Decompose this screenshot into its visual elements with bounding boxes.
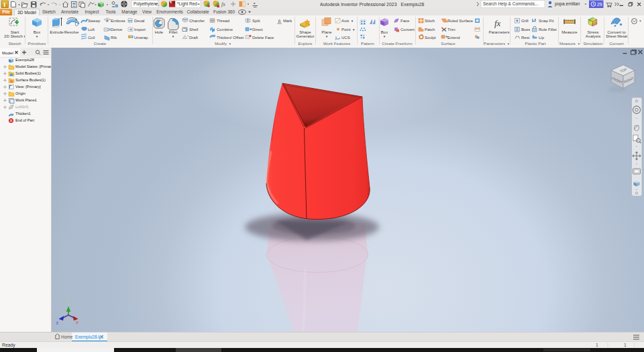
svg-text:z: z — [339, 36, 340, 40]
svg-text:*Light Red: *Light Red — [177, 1, 197, 7]
svg-text:Search Help & Commands...: Search Help & Commands... — [483, 1, 539, 7]
svg-text:fx: fx — [221, 1, 225, 7]
svg-text:Model: Model — [2, 50, 13, 55]
svg-text:29: 29 — [597, 2, 602, 7]
svg-text:X: X — [76, 320, 78, 324]
svg-text:Z: Z — [56, 321, 59, 325]
svg-text:fx: fx — [494, 18, 501, 28]
svg-text:popa.emilian: popa.emilian — [555, 1, 580, 7]
